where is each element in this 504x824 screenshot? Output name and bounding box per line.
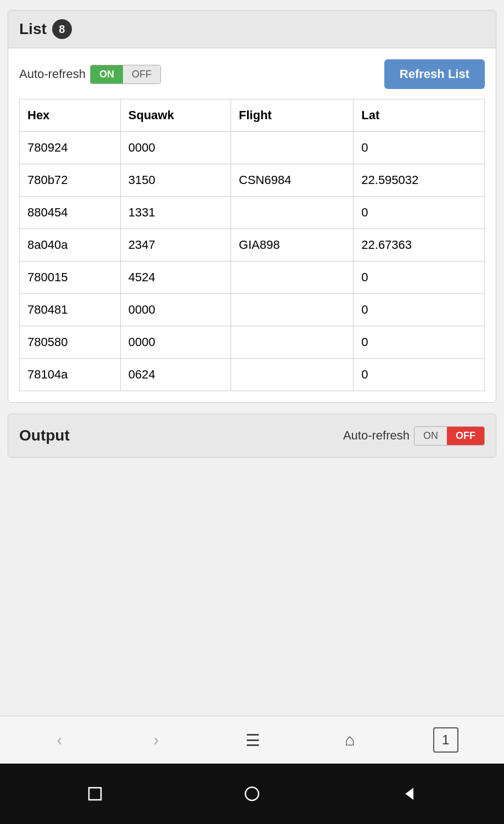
output-auto-refresh-group: Auto-refresh ON OFF [343, 426, 485, 446]
table-row[interactable]: 78001545240 [20, 261, 485, 294]
browser-menu-button[interactable]: ☰ [239, 726, 267, 754]
browser-nav-bar: ‹ › ☰ ⌂ 1 [0, 716, 504, 764]
list-toolbar: Auto-refresh ON OFF Refresh List [19, 59, 485, 89]
refresh-list-button[interactable]: Refresh List [384, 59, 485, 89]
cell-lat-3: 22.67363 [354, 229, 485, 261]
flights-table: Hex Squawk Flight Lat 78092400000780b723… [19, 99, 485, 391]
cell-hex-0: 780924 [20, 132, 121, 164]
toggle-on-label[interactable]: ON [91, 65, 123, 83]
cell-lat-4: 0 [354, 261, 485, 294]
cell-flight-6 [231, 326, 354, 359]
cell-flight-5 [231, 294, 354, 326]
page-number-text: 1 [442, 732, 449, 748]
cell-squawk-3: 2347 [120, 229, 231, 261]
cell-squawk-5: 0000 [120, 294, 231, 326]
cell-flight-2 [231, 197, 354, 229]
cell-lat-1: 22.595032 [354, 164, 485, 197]
cell-squawk-1: 3150 [120, 164, 231, 197]
browser-page-number: 1 [433, 727, 458, 753]
col-lat: Lat [354, 99, 485, 132]
cell-squawk-6: 0000 [120, 326, 231, 359]
cell-squawk-2: 1331 [120, 197, 231, 229]
cell-squawk-7: 0624 [120, 359, 231, 391]
cell-squawk-0: 0000 [120, 132, 231, 164]
toggle-off-label[interactable]: OFF [123, 65, 160, 83]
output-toggle-off-label[interactable]: OFF [447, 427, 484, 445]
browser-home-button[interactable]: ⌂ [336, 726, 363, 754]
cell-hex-2: 880454 [20, 197, 121, 229]
cell-lat-7: 0 [354, 359, 485, 391]
output-auto-refresh-label: Auto-refresh [343, 428, 410, 443]
table-row[interactable]: 78048100000 [20, 294, 485, 326]
cell-lat-0: 0 [354, 132, 485, 164]
android-home-button[interactable] [244, 786, 260, 802]
cell-lat-2: 0 [354, 197, 485, 229]
cell-hex-7: 78104a [20, 359, 121, 391]
list-title: List 8 [19, 19, 72, 39]
table-row[interactable]: 78092400000 [20, 132, 485, 164]
table-row[interactable]: 780b723150CSN698422.595032 [20, 164, 485, 197]
col-hex: Hex [20, 99, 121, 132]
browser-back-button[interactable]: ‹ [46, 726, 73, 754]
table-row[interactable]: 78104a06240 [20, 359, 485, 391]
cell-hex-1: 780b72 [20, 164, 121, 197]
list-card-body: Auto-refresh ON OFF Refresh List Hex Squ… [8, 48, 496, 402]
android-back-button[interactable] [401, 786, 417, 802]
output-card: Output Auto-refresh ON OFF [8, 414, 496, 458]
svg-point-1 [245, 787, 259, 800]
cell-lat-5: 0 [354, 294, 485, 326]
cell-lat-6: 0 [354, 326, 485, 359]
cell-flight-4 [231, 261, 354, 294]
list-title-text: List [19, 20, 47, 38]
list-card: List 8 Auto-refresh ON OFF Refresh List [8, 10, 496, 403]
table-row[interactable]: 8a040a2347GIA89822.67363 [20, 229, 485, 261]
svg-rect-0 [89, 788, 101, 800]
cell-hex-6: 780580 [20, 326, 121, 359]
cell-squawk-4: 4524 [120, 261, 231, 294]
browser-forward-button[interactable]: › [143, 726, 170, 754]
auto-refresh-group: Auto-refresh ON OFF [19, 65, 161, 84]
list-card-header: List 8 [8, 10, 496, 48]
list-count-badge: 8 [52, 19, 72, 39]
cell-flight-3: GIA898 [231, 229, 354, 261]
cell-hex-4: 780015 [20, 261, 121, 294]
cell-flight-7 [231, 359, 354, 391]
output-title: Output [19, 427, 70, 444]
cell-hex-5: 780481 [20, 294, 121, 326]
auto-refresh-toggle[interactable]: ON OFF [90, 65, 161, 84]
android-recents-button[interactable] [87, 786, 103, 802]
cell-flight-1: CSN6984 [231, 164, 354, 197]
col-flight: Flight [231, 99, 354, 132]
cell-hex-3: 8a040a [20, 229, 121, 261]
output-refresh-toggle[interactable]: ON OFF [414, 426, 485, 446]
output-toggle-on-label[interactable]: ON [415, 427, 447, 445]
table-header-row: Hex Squawk Flight Lat [20, 99, 485, 132]
auto-refresh-label: Auto-refresh [19, 67, 86, 81]
col-squawk: Squawk [120, 99, 231, 132]
svg-marker-2 [406, 789, 413, 799]
table-row[interactable]: 78058000000 [20, 326, 485, 359]
cell-flight-0 [231, 132, 354, 164]
android-nav-bar [0, 764, 504, 824]
table-row[interactable]: 88045413310 [20, 197, 485, 229]
